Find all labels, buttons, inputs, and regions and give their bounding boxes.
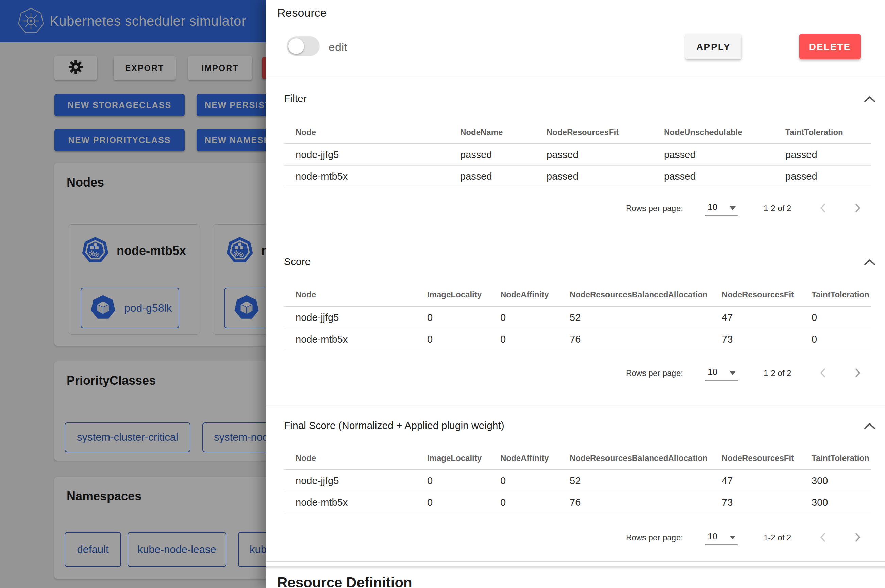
rows-per-page-select[interactable]: 10 [705, 366, 738, 381]
column-header: Node [296, 453, 316, 463]
cell-value: 300 [811, 475, 828, 486]
drawer-header: Resource edit APPLY DELETE [266, 0, 885, 78]
section-title-score: Score [284, 255, 311, 268]
resource-drawer: Resource edit APPLY DELETE FilterNodeNod… [266, 0, 885, 588]
pagination-final: Rows per page:101-2 of 2 [266, 527, 885, 549]
column-header: ImageLocality [427, 453, 482, 463]
cell-value: 73 [722, 333, 733, 345]
cell-value: 300 [811, 496, 828, 508]
table-row: node-jjfg50052470 [284, 307, 871, 328]
next-page-button[interactable] [850, 366, 864, 380]
toggle-knob [288, 38, 304, 54]
rows-per-page-value: 10 [708, 367, 717, 377]
column-header: TaintToleration [811, 290, 869, 300]
table-row: node-jjfg5005247300 [284, 470, 871, 492]
collapse-chevron-up-icon[interactable] [863, 256, 876, 269]
cell-value: 47 [722, 312, 733, 323]
rows-per-page-select[interactable]: 10 [705, 201, 738, 216]
cell-value: passed [785, 171, 817, 182]
cell-node-name: node-mtb5x [296, 333, 348, 345]
column-header: NodeName [460, 128, 503, 137]
rows-per-page-value: 10 [708, 532, 717, 542]
cell-value: 0 [500, 496, 506, 508]
table-row: node-jjfg5passedpassedpassedpassed [284, 144, 871, 165]
rows-per-page-value: 10 [708, 202, 717, 212]
column-header: NodeResourcesBalancedAllocation [570, 453, 708, 463]
cell-value: 0 [427, 312, 433, 323]
cell-node-name: node-mtb5x [296, 171, 348, 182]
drawer-title: Resource [277, 6, 327, 20]
column-header: NodeResourcesFit [722, 453, 794, 463]
section-divider [266, 247, 885, 248]
cell-node-name: node-jjfg5 [296, 475, 339, 486]
dropdown-arrow-icon [730, 206, 736, 210]
cell-value: 0 [500, 333, 506, 345]
resource-definition-heading: Resource Definition [277, 574, 412, 588]
apply-button[interactable]: APPLY [685, 34, 741, 60]
cell-value: 76 [570, 496, 581, 508]
cell-value: 52 [570, 475, 581, 486]
cell-value: passed [547, 149, 578, 160]
cell-value: 76 [570, 333, 581, 345]
delete-button[interactable]: DELETE [799, 34, 861, 60]
column-header: NodeAffinity [500, 453, 549, 463]
pagination-range: 1-2 of 2 [763, 368, 791, 378]
cell-value: 0 [500, 475, 506, 486]
edit-toggle-label: edit [329, 40, 347, 54]
cell-value: passed [664, 171, 696, 182]
previous-page-button[interactable] [816, 531, 830, 544]
previous-page-button[interactable] [816, 201, 830, 215]
rows-per-page-select[interactable]: 10 [705, 530, 738, 545]
cell-value: 52 [570, 312, 581, 323]
collapse-chevron-up-icon[interactable] [863, 93, 876, 106]
cell-value: 0 [811, 312, 817, 323]
pagination-range: 1-2 of 2 [763, 533, 791, 543]
column-header: NodeResourcesBalancedAllocation [570, 290, 708, 300]
app: Kubernetes scheduler simulator [0, 0, 885, 588]
pagination-range: 1-2 of 2 [763, 204, 791, 213]
pagination-filter: Rows per page:101-2 of 2 [266, 198, 885, 219]
dropdown-arrow-icon [730, 371, 736, 375]
column-header: NodeUnschedulable [664, 128, 742, 137]
table-header-row-final: NodeImageLocalityNodeAffinityNodeResourc… [284, 447, 871, 470]
collapse-chevron-up-icon[interactable] [863, 419, 876, 433]
column-header: TaintToleration [785, 128, 843, 137]
cell-value: 0 [427, 475, 433, 486]
column-header: Node [296, 128, 316, 137]
rows-per-page-label: Rows per page: [626, 368, 683, 378]
edit-toggle[interactable] [287, 36, 320, 56]
section-title-filter: Filter [284, 92, 307, 105]
table-row: node-mtb5x007673300 [284, 492, 871, 513]
column-header: TaintToleration [811, 453, 869, 463]
cell-value: 0 [500, 312, 506, 323]
cell-value: 73 [722, 496, 733, 508]
rows-per-page-label: Rows per page: [626, 204, 683, 213]
cell-value: 0 [427, 333, 433, 345]
next-page-button[interactable] [850, 201, 864, 215]
column-header: ImageLocality [427, 290, 482, 300]
next-page-button[interactable] [850, 531, 864, 544]
cell-value: passed [785, 149, 817, 160]
section-divider [266, 405, 885, 405]
cell-value: passed [460, 171, 492, 182]
cell-node-name: node-jjfg5 [296, 149, 339, 160]
rows-per-page-label: Rows per page: [626, 533, 683, 543]
table-header-row-score: NodeImageLocalityNodeAffinityNodeResourc… [284, 283, 871, 307]
cell-value: passed [664, 149, 696, 160]
column-header: NodeResourcesFit [722, 290, 794, 300]
cell-value: passed [547, 171, 578, 182]
dropdown-arrow-icon [730, 536, 736, 539]
table-row: node-mtb5xpassedpassedpassedpassed [284, 165, 871, 187]
table-header-row-filter: NodeNodeNameNodeResourcesFitNodeUnschedu… [284, 121, 871, 144]
column-header: Node [296, 290, 316, 300]
cell-value: 0 [427, 496, 433, 508]
pagination-score: Rows per page:101-2 of 2 [266, 362, 885, 384]
cell-node-name: node-mtb5x [296, 496, 348, 508]
cell-value: 0 [811, 333, 817, 345]
card-separator [266, 561, 885, 566]
previous-page-button[interactable] [816, 366, 830, 380]
table-row: node-mtb5x0076730 [284, 328, 871, 350]
cell-value: 47 [722, 475, 733, 486]
cell-node-name: node-jjfg5 [296, 312, 339, 323]
column-header: NodeResourcesFit [547, 128, 619, 137]
